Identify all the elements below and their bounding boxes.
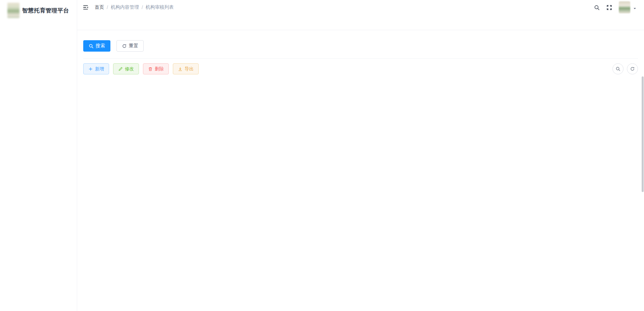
sidebar-menu <box>0 21 77 26</box>
breadcrumb-separator: / <box>107 5 108 10</box>
export-button[interactable]: 导出 <box>173 63 199 74</box>
breadcrumb-home[interactable]: 首页 <box>95 4 104 10</box>
app-title: 智慧托育管理平台 <box>22 7 69 14</box>
table-toolbar: 新增 修改 删除 导出 <box>83 63 638 74</box>
breadcrumb-separator: / <box>142 5 143 10</box>
main-area: 首页 / 机构内容管理 / 机构审核列表 <box>77 0 644 311</box>
search-icon[interactable] <box>594 5 600 10</box>
edit-button-label: 修改 <box>125 66 134 72</box>
reset-button-label: 重置 <box>129 43 138 49</box>
breadcrumb-parent[interactable]: 机构内容管理 <box>111 4 139 10</box>
caret-down-icon <box>633 7 637 10</box>
export-button-label: 导出 <box>185 66 194 72</box>
reset-button[interactable]: 重置 <box>116 40 144 52</box>
add-button-label: 新增 <box>95 66 104 72</box>
breadcrumb-current: 机构审核列表 <box>146 4 174 10</box>
refresh-icon[interactable] <box>627 63 638 74</box>
table-search-icon[interactable] <box>612 63 624 74</box>
app-root: 智慧托育管理平台 首页 / 机构内容管理 / 机构审核列表 <box>0 0 644 311</box>
scrollbar-thumb[interactable] <box>642 76 644 192</box>
tabs-bar <box>77 15 644 30</box>
sidebar: 智慧托育管理平台 <box>0 0 77 311</box>
filter-row-2: 搜索 重置 <box>83 40 638 52</box>
search-button[interactable]: 搜索 <box>83 40 110 52</box>
logo-image <box>7 3 19 18</box>
scrollbar[interactable] <box>641 0 644 311</box>
page-content: 搜索 重置 新增 修改 <box>77 30 644 311</box>
collapse-menu-icon[interactable] <box>83 4 89 10</box>
user-menu[interactable] <box>619 1 637 13</box>
delete-button-label: 删除 <box>155 66 164 72</box>
filter-panel: 搜索 重置 <box>83 35 638 59</box>
toolbar-right <box>612 63 638 74</box>
edit-button[interactable]: 修改 <box>113 63 139 74</box>
topbar: 首页 / 机构内容管理 / 机构审核列表 <box>77 0 644 15</box>
breadcrumb: 首页 / 机构内容管理 / 机构审核列表 <box>95 4 174 10</box>
add-button[interactable]: 新增 <box>83 63 109 74</box>
avatar[interactable] <box>619 1 630 13</box>
app-logo: 智慧托育管理平台 <box>0 0 77 21</box>
delete-button[interactable]: 删除 <box>143 63 169 74</box>
search-button-label: 搜索 <box>96 43 105 49</box>
fullscreen-icon[interactable] <box>606 5 612 10</box>
topbar-actions <box>594 1 637 13</box>
